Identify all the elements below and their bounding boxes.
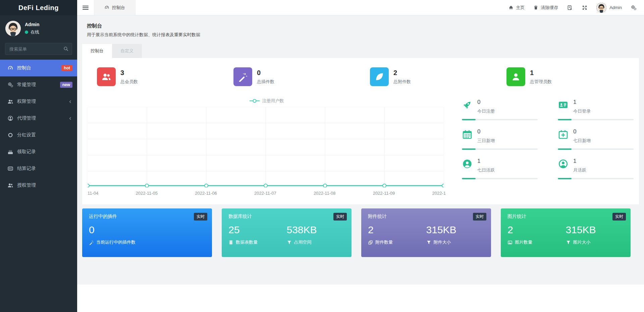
sidebar: DeFi Leding Admin 在线 控制台 hot bbox=[0, 0, 77, 312]
x-axis-tick: 2022-11-09 bbox=[373, 191, 395, 196]
mini-stats-grid: 0 今日注册 1 今日登录 bbox=[446, 98, 634, 196]
card-running-plugins: 运行中的插件 实时 0 当前运行中的插件数 bbox=[82, 208, 212, 257]
search-icon[interactable] bbox=[63, 46, 69, 52]
sidebar-item-label: 领取记录 bbox=[17, 149, 72, 155]
x-axis-tick: 2022-1 bbox=[432, 191, 445, 196]
clear-cache-button[interactable]: 清除缓存 bbox=[533, 5, 558, 11]
sidebar-item-agents[interactable]: 代理管理 bbox=[0, 110, 77, 127]
sidebar-item-dashboard[interactable]: 控制台 hot bbox=[0, 60, 77, 76]
topbar: 控制台 主页 清除缓存 Admin bbox=[77, 0, 644, 15]
sidebar-item-settlement[interactable]: 结算记录 bbox=[0, 160, 77, 177]
page-subtitle: 用于展示当前系统中的统计数据、统计报表及重要实时数据 bbox=[87, 32, 634, 38]
leaf-icon bbox=[370, 67, 389, 86]
x-axis-tick: 2022-11-05 bbox=[136, 191, 158, 196]
mini-stat-today-login: 1 今日登录 bbox=[558, 99, 634, 120]
user-name: Admin bbox=[25, 22, 40, 27]
settings-gears-icon[interactable] bbox=[631, 5, 637, 11]
card-footer-label: 数据表数量 bbox=[236, 239, 258, 245]
mini-value: 1 bbox=[477, 158, 495, 165]
app-root: DeFi Leding Admin 在线 控制台 hot bbox=[0, 0, 644, 312]
user-circle-outline-icon bbox=[558, 159, 569, 169]
image-icon bbox=[507, 240, 513, 245]
sidebar-item-label: 权限管理 bbox=[17, 99, 64, 105]
tab-dashboard[interactable]: 控制台 bbox=[82, 44, 112, 58]
user-icon bbox=[506, 67, 525, 86]
chart-x-axis-labels: 11-042022-11-052022-11-062022-11-072022-… bbox=[88, 191, 446, 196]
stat-card-attachments: 2 总附件数 bbox=[361, 67, 497, 86]
hot-badge: hot bbox=[61, 65, 72, 71]
sidebar-item-general[interactable]: 常规管理 new bbox=[0, 76, 77, 93]
trash-icon bbox=[533, 5, 538, 10]
sidebar-item-claims[interactable]: 领取记录 bbox=[0, 143, 77, 160]
brand-logo[interactable]: DeFi Leding bbox=[0, 0, 77, 15]
tab-custom[interactable]: 自定义 bbox=[112, 44, 142, 58]
id-card-icon bbox=[558, 100, 569, 110]
home-icon bbox=[508, 5, 514, 10]
log-switch-icon[interactable] bbox=[567, 5, 573, 11]
home-label: 主页 bbox=[516, 5, 525, 11]
realtime-badge: 实时 bbox=[473, 213, 486, 221]
gauge-icon bbox=[104, 5, 109, 10]
stat-value: 0 bbox=[257, 69, 274, 77]
realtime-badge: 实时 bbox=[194, 213, 207, 221]
funnel-icon bbox=[426, 240, 431, 245]
database-icon bbox=[228, 240, 233, 245]
mini-label: 今日注册 bbox=[477, 108, 495, 114]
user-avatar[interactable] bbox=[5, 21, 21, 36]
topbar-tab-dashboard[interactable]: 控制台 bbox=[94, 0, 136, 15]
dashboard-panel: 3 总会员数 0 总插件数 2 bbox=[82, 58, 639, 204]
sidebar-item-dividend[interactable]: 分红设置 bbox=[0, 127, 77, 143]
page-content: 控制台 用于展示当前系统中的统计数据、统计报表及重要实时数据 控制台 自定义 3… bbox=[77, 15, 644, 285]
sidebar-item-permissions[interactable]: 权限管理 bbox=[0, 93, 77, 110]
line-chart-plot[interactable] bbox=[88, 107, 444, 187]
card-big-value: 2 bbox=[368, 224, 426, 235]
home-link[interactable]: 主页 bbox=[508, 5, 525, 11]
x-axis-tick: 2022-11-06 bbox=[195, 191, 217, 196]
stat-value: 3 bbox=[120, 69, 138, 77]
user-status-label: 在线 bbox=[31, 29, 39, 35]
sidebar-item-label: 授权管理 bbox=[17, 182, 72, 188]
sidebar-user-panel: Admin 在线 bbox=[0, 15, 77, 40]
sidebar-toggle-button[interactable] bbox=[77, 0, 94, 15]
mini-label: 七日活跃 bbox=[477, 167, 495, 173]
menu-search-input[interactable] bbox=[5, 43, 72, 55]
new-badge: new bbox=[60, 82, 72, 88]
sidebar-search bbox=[5, 43, 72, 55]
card-footer-label: 附件大小 bbox=[434, 239, 451, 245]
users-icon bbox=[97, 67, 116, 86]
chevron-left-icon bbox=[68, 100, 72, 104]
card-big-value: 25 bbox=[228, 224, 287, 235]
card-image-stats: 图片统计 实时 2 图片数量 315KB bbox=[501, 208, 631, 257]
funnel-icon bbox=[287, 240, 292, 245]
progress-bar bbox=[462, 148, 538, 150]
mini-value: 0 bbox=[477, 128, 495, 135]
admin-username: Admin bbox=[609, 5, 622, 10]
magic-wand-icon bbox=[233, 67, 252, 86]
admin-menu[interactable]: Admin bbox=[596, 3, 622, 13]
card-title: 数据库统计 bbox=[228, 213, 345, 220]
sidebar-item-authorization[interactable]: 授权管理 bbox=[0, 177, 77, 194]
user-status: 在线 bbox=[25, 29, 40, 35]
calendar-icon bbox=[462, 129, 473, 140]
online-dot-icon bbox=[25, 30, 28, 34]
rocket-icon bbox=[462, 100, 473, 110]
magic-wand-icon bbox=[89, 240, 94, 245]
mini-value: 1 bbox=[573, 99, 591, 106]
mini-stat-month-active: 1 月活跃 bbox=[558, 158, 634, 179]
progress-bar bbox=[462, 178, 538, 179]
card-title: 运行中的插件 bbox=[89, 213, 205, 220]
sidebar-item-label: 结算记录 bbox=[17, 166, 72, 172]
mini-label: 今日登录 bbox=[573, 108, 591, 114]
stat-label: 总附件数 bbox=[393, 79, 411, 85]
card-big-value: 2 bbox=[507, 224, 566, 235]
realtime-badge: 实时 bbox=[612, 213, 626, 221]
funnel-icon bbox=[566, 240, 571, 245]
card-big-value: 315KB bbox=[566, 224, 624, 235]
topbar-tab-label: 控制台 bbox=[112, 5, 125, 11]
mini-value: 0 bbox=[573, 128, 591, 135]
x-axis-tick: 2022-11-07 bbox=[254, 191, 276, 196]
stat-label: 总管理员数 bbox=[530, 79, 552, 85]
fullscreen-icon[interactable] bbox=[582, 5, 588, 11]
chart-legend[interactable]: 注册用户数 bbox=[88, 98, 446, 104]
clone-icon bbox=[368, 240, 373, 245]
